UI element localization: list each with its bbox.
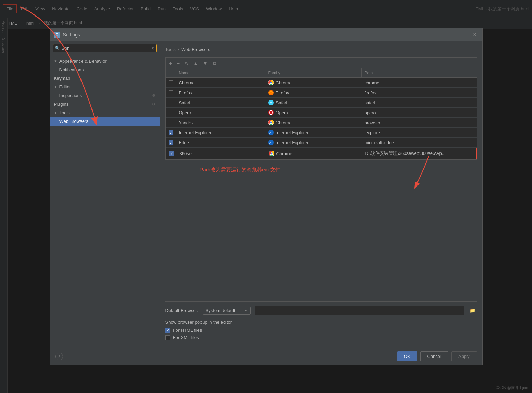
- cell-check: [166, 138, 176, 147]
- search-clear-icon[interactable]: ×: [151, 45, 154, 51]
- nav-inspections[interactable]: Inspections ⚙: [50, 91, 160, 100]
- table-toolbar: + − ✎ ▲ ▼ ⧉: [165, 57, 477, 68]
- cell-check: [166, 128, 176, 137]
- html-files-row: For HTML files: [165, 328, 477, 333]
- nav-tools-label: Tools: [59, 110, 69, 115]
- cell-check: [166, 88, 176, 97]
- cell-check: [166, 78, 176, 87]
- cancel-button[interactable]: Cancel: [420, 351, 448, 361]
- search-input-wrap[interactable]: 🔍 ×: [53, 44, 157, 52]
- footer-buttons: OK Cancel Apply: [397, 351, 477, 361]
- nav-keymap[interactable]: Keymap: [50, 74, 160, 83]
- row-checkbox[interactable]: [169, 120, 173, 125]
- cell-family: Safari: [265, 98, 362, 107]
- move-up-button[interactable]: ▲: [191, 60, 200, 67]
- svg-point-13: [270, 122, 272, 124]
- browse-button[interactable]: 📁: [468, 306, 477, 315]
- nav-tools[interactable]: ▼ Tools: [50, 108, 160, 117]
- remove-button[interactable]: −: [175, 60, 182, 67]
- table-row[interactable]: Chrome Chrome chrome: [166, 78, 477, 88]
- family-label: Chrome: [276, 120, 292, 125]
- nav-notifications-label: Notifications: [59, 67, 84, 72]
- row-checkbox[interactable]: [169, 151, 174, 156]
- default-browser-label: Default Browser:: [165, 308, 198, 313]
- search-input[interactable]: [62, 46, 152, 51]
- cell-check: [166, 98, 176, 107]
- dialog-footer: ? OK Cancel Apply: [50, 348, 482, 365]
- cell-family: Chrome: [265, 78, 362, 87]
- help-button[interactable]: ?: [55, 353, 63, 360]
- folder-icon: 📁: [470, 308, 475, 313]
- row-checkbox[interactable]: [169, 110, 173, 115]
- copy-button[interactable]: ⧉: [210, 59, 218, 67]
- cell-path: firefox: [362, 88, 477, 97]
- breadcrumb-sep: ›: [178, 47, 179, 52]
- cell-name: Yandex: [176, 118, 265, 127]
- cell-path: safari: [362, 98, 477, 107]
- row-checkbox[interactable]: [169, 80, 173, 85]
- cell-name: Edge: [176, 138, 265, 147]
- cell-name: 360se: [177, 149, 266, 158]
- family-label: Firefox: [276, 90, 290, 95]
- settings-icon: ⚙: [54, 32, 60, 38]
- table-row[interactable]: Safari Safari safari: [166, 98, 477, 108]
- ok-button[interactable]: OK: [397, 351, 417, 361]
- table-row[interactable]: Yandex Chrome browser: [166, 118, 477, 128]
- family-label: Safari: [276, 100, 287, 105]
- html-files-checkbox[interactable]: [165, 328, 170, 333]
- nav-appearance[interactable]: ▼ Appearance & Behavior: [50, 57, 160, 65]
- html-files-label: For HTML files: [173, 328, 202, 333]
- family-label: Chrome: [276, 151, 292, 156]
- breadcrumb: Tools › Web Browsers: [165, 47, 477, 52]
- col-family: Family: [265, 68, 362, 77]
- apply-button[interactable]: Apply: [451, 351, 477, 361]
- row-checkbox[interactable]: [169, 90, 173, 95]
- cell-name: Opera: [176, 108, 265, 117]
- table-row[interactable]: Internet Explorer e Internet Explorer ie…: [166, 128, 477, 138]
- move-down-button[interactable]: ▼: [201, 60, 210, 67]
- bottom-section: Default Browser: System default ▼ 📁 Show…: [165, 301, 477, 342]
- default-browser-select[interactable]: System default ▼: [203, 307, 251, 315]
- table-row[interactable]: Edge e Internet Explorer microsoft-edge: [166, 138, 477, 148]
- close-button[interactable]: ×: [471, 31, 478, 39]
- family-label: Opera: [276, 110, 288, 115]
- default-browser-value: System default: [206, 308, 241, 313]
- inspections-icon: ⚙: [152, 93, 155, 98]
- nav-web-browsers[interactable]: Web Browsers: [50, 117, 160, 126]
- chevron-down-icon: ▼: [244, 309, 248, 312]
- settings-dialog: ⚙ Settings × 🔍 × ▼ App: [50, 28, 483, 365]
- modal-overlay: ⚙ Settings × 🔍 × ▼ App: [0, 0, 532, 393]
- row-checkbox[interactable]: [169, 140, 173, 145]
- edit-button[interactable]: ✎: [182, 60, 191, 67]
- svg-text:e: e: [269, 141, 271, 145]
- breadcrumb-parent: Tools: [165, 47, 176, 52]
- svg-point-3: [270, 82, 272, 84]
- nav-appearance-label: Appearance & Behavior: [59, 59, 106, 64]
- cell-family: Firefox: [265, 88, 362, 97]
- popup-label: Show browser popup in the editor: [165, 320, 477, 325]
- xml-files-checkbox[interactable]: [165, 335, 170, 340]
- nav-notifications[interactable]: Notifications: [50, 65, 160, 74]
- cell-name: Chrome: [176, 78, 265, 87]
- row-checkbox[interactable]: [169, 100, 173, 105]
- cell-family: Opera: [265, 108, 362, 117]
- table-row[interactable]: Firefox Firefox firefox: [166, 88, 477, 98]
- add-button[interactable]: +: [167, 60, 174, 67]
- popup-section: Show browser popup in the editor For HTM…: [165, 320, 477, 340]
- default-browser-row: Default Browser: System default ▼ 📁: [165, 306, 477, 315]
- nav-editor-label: Editor: [59, 84, 71, 89]
- table-row[interactable]: Opera Opera opera: [166, 108, 477, 118]
- expand-arrow: ▼: [54, 59, 57, 63]
- cell-name: Safari: [176, 98, 265, 107]
- browser-table: Name Family Path Chrome Chrome chrome Fi…: [165, 68, 477, 160]
- nav-editor[interactable]: ▼ Editor: [50, 83, 160, 91]
- col-name: Name: [176, 68, 265, 77]
- search-icon: 🔍: [55, 46, 60, 51]
- browser-path-input[interactable]: [255, 306, 464, 315]
- cell-path: iexplore: [362, 128, 477, 137]
- col-check: [166, 68, 176, 77]
- row-checkbox[interactable]: [169, 130, 173, 135]
- nav-plugins[interactable]: Plugins ⚙: [50, 100, 160, 108]
- cell-family: Chrome: [266, 149, 362, 158]
- nav-web-browsers-label: Web Browsers: [59, 119, 88, 124]
